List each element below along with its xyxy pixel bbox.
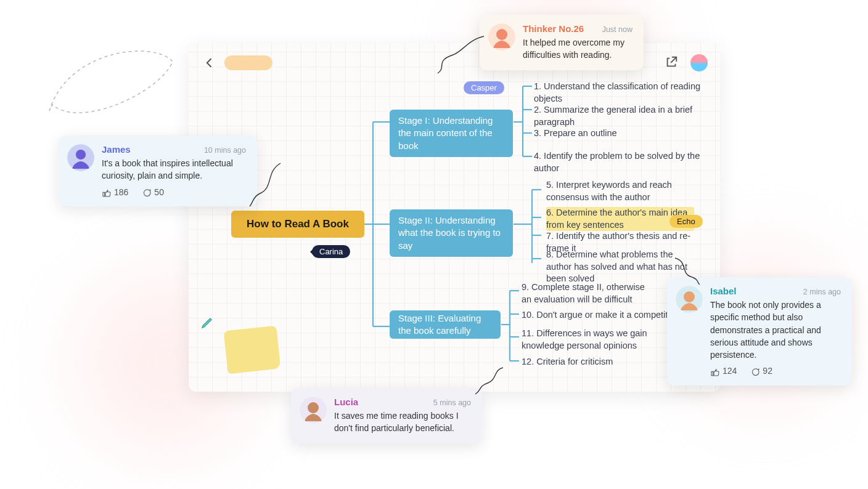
like-button[interactable]: 124 [710, 366, 737, 376]
comment-text: It helped me overcome my difficulties wi… [523, 36, 633, 62]
chat-icon [142, 188, 152, 198]
leaf-node[interactable]: 4. Identify the problem to be solved by … [534, 150, 713, 174]
back-button[interactable] [201, 54, 218, 71]
avatar-icon [300, 397, 327, 424]
comment-author: Isabel [710, 286, 737, 296]
like-button[interactable]: 186 [102, 187, 128, 198]
svg-point-3 [496, 29, 507, 40]
thumbs-up-icon [102, 188, 112, 198]
thumbs-up-icon [710, 367, 720, 377]
connector-squiggle [472, 365, 509, 397]
collaborator-cursor-carina: Carina [312, 245, 350, 258]
stage-node-2[interactable]: Stage II: Understanding what the book is… [390, 209, 513, 257]
stage-node-3[interactable]: Stage III: Evaluating the book carefully [390, 310, 501, 339]
comment-author: Lucia [334, 397, 358, 407]
chat-icon [750, 367, 760, 377]
comment-time: 5 mins ago [433, 398, 471, 407]
leaf-node[interactable]: 11. Differences in ways we gain knowledg… [522, 328, 676, 352]
pencil-icon [200, 315, 215, 330]
comment-text: It saves me time reading books I don't f… [334, 410, 471, 435]
leaf-node[interactable]: 9. Complete stage II, otherwise an evalu… [522, 281, 651, 305]
comment-time: Just now [602, 25, 633, 34]
leaf-node[interactable]: 3. Prepare an outline [534, 127, 617, 140]
reply-button[interactable]: 50 [142, 187, 164, 198]
comment-card-isabel[interactable]: Isabel2 mins ago The book not only provi… [667, 277, 852, 386]
comment-text: The book not only provides a specific me… [710, 299, 841, 361]
svg-point-1 [76, 150, 86, 160]
root-label: How to Read A Book [247, 218, 349, 230]
comment-card-james[interactable]: James10 mins ago It's a book that inspir… [59, 135, 257, 206]
leaf-node[interactable]: 5. Interpret keywords and reach consensu… [546, 179, 700, 203]
current-user-avatar[interactable] [690, 54, 708, 71]
mindmap-canvas[interactable]: How to Read A Book Stage I: Understandin… [189, 43, 720, 392]
comment-card-thinker[interactable]: Thinker No.26Just now It helped me overc… [480, 15, 644, 70]
stage-label: Stage I: Understanding the main content … [398, 115, 504, 152]
comment-time: 2 mins ago [803, 288, 841, 296]
connector-squiggle [247, 160, 284, 209]
leaf-node[interactable]: 2. Summarize the general idea in a brief… [534, 104, 713, 128]
svg-point-7 [308, 402, 319, 413]
connector-squiggle [672, 255, 703, 286]
comment-time: 10 mins ago [204, 146, 246, 155]
leaf-node[interactable]: 10. Don't argue or make it a competition [522, 309, 680, 321]
leaf-node[interactable]: 12. Criteria for criticism [522, 356, 613, 368]
stage-label: Stage III: Evaluating the book carefully [398, 312, 492, 337]
leaf-node[interactable]: 1. Understand the classification of read… [534, 81, 713, 105]
comment-author: Thinker No.26 [523, 23, 584, 34]
open-external-button[interactable] [665, 55, 679, 70]
reply-button[interactable]: 92 [750, 366, 772, 376]
stage-label: Stage II: Understanding what the book is… [398, 214, 504, 252]
external-link-icon [665, 55, 678, 69]
avatar-icon [67, 144, 94, 171]
sticky-note[interactable] [224, 326, 281, 374]
avatar-icon [676, 286, 703, 313]
title-placeholder [224, 55, 272, 70]
comment-author: James [102, 144, 131, 155]
collaborator-cursor-casper: Casper [464, 81, 504, 94]
comment-card-lucia[interactable]: Lucia5 mins ago It saves me time reading… [291, 388, 482, 443]
decorative-scribble [43, 37, 179, 135]
avatar-icon [488, 23, 515, 51]
comment-text: It's a book that inspires intellectual c… [102, 157, 246, 182]
collaborator-cursor-echo: Echo [669, 215, 703, 228]
svg-point-5 [684, 291, 695, 302]
stage-node-1[interactable]: Stage I: Understanding the main content … [390, 110, 513, 157]
mindmap-root-node[interactable]: How to Read A Book [231, 211, 364, 238]
connector-squiggle [432, 33, 487, 76]
